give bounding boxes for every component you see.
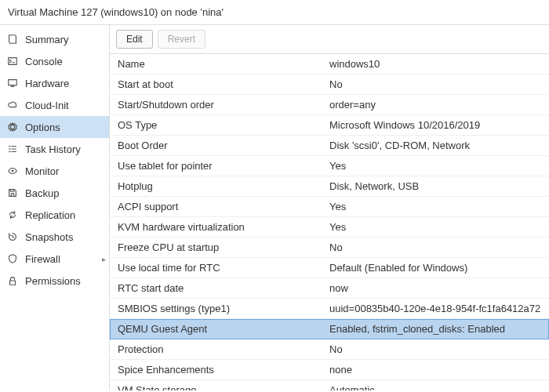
option-key: Hotplug — [110, 177, 322, 195]
option-value: Yes — [322, 218, 549, 236]
save-icon — [6, 187, 19, 199]
sidebar-item-label: Backup — [25, 187, 59, 199]
sidebar-item-label: Snapshots — [25, 231, 73, 243]
chevron-right-icon: ▸ — [102, 255, 106, 263]
option-row[interactable]: OS TypeMicrosoft Windows 10/2016/2019 — [110, 115, 549, 136]
option-value: No — [322, 340, 549, 358]
option-key: Freeze CPU at startup — [110, 238, 322, 256]
sidebar-item-permissions[interactable]: Permissions — [0, 270, 109, 292]
option-row[interactable]: Namewindows10 — [110, 54, 549, 74]
sidebar-item-console[interactable]: Console — [0, 50, 109, 72]
option-row[interactable]: Start/Shutdown orderorder=any — [110, 95, 549, 115]
option-row[interactable]: Spice Enhancementsnone — [110, 360, 549, 380]
option-value: Automatic — [322, 381, 549, 390]
sidebar-item-label: Monitor — [25, 165, 59, 177]
sidebar-item-label: Hardware — [25, 78, 69, 89]
option-value: Microsoft Windows 10/2016/2019 — [322, 116, 549, 134]
sidebar-item-replication[interactable]: Replication — [0, 204, 109, 226]
sidebar-item-label: Task History — [25, 143, 81, 155]
options-grid: Namewindows10Start at bootNoStart/Shutdo… — [110, 54, 549, 390]
option-value: uuid=00835b40-120e-4e18-954f-fc1fa6412a7… — [322, 299, 549, 318]
option-value: order=any — [322, 96, 549, 114]
option-key: Boot Order — [110, 136, 322, 154]
option-key: SMBIOS settings (type1) — [110, 299, 322, 318]
option-value: Disk 'scsi0', CD-ROM, Network — [322, 136, 549, 154]
option-row[interactable]: ACPI supportYes — [110, 197, 549, 217]
option-value: windows10 — [322, 55, 549, 73]
list-icon — [6, 143, 19, 155]
unlock-icon — [6, 274, 19, 287]
option-key: Spice Enhancements — [110, 361, 322, 379]
option-key: RTC start date — [110, 279, 322, 297]
option-key: Start at boot — [110, 75, 322, 93]
option-key: KVM hardware virtualization — [110, 218, 322, 236]
edit-button[interactable]: Edit — [116, 30, 153, 49]
option-value: Default (Enabled for Windows) — [322, 259, 549, 277]
option-value: Yes — [322, 198, 549, 216]
sidebar-item-monitor[interactable]: Monitor — [0, 160, 109, 182]
option-value: No — [322, 75, 549, 93]
option-key: ACPI support — [110, 198, 322, 216]
option-row[interactable]: Use local time for RTCDefault (Enabled f… — [110, 258, 549, 278]
book-icon — [6, 33, 19, 45]
options-panel: Edit Revert Namewindows10Start at bootNo… — [110, 25, 549, 390]
gear-icon — [6, 121, 19, 133]
sidebar-item-label: Firewall — [25, 253, 60, 265]
option-row[interactable]: SMBIOS settings (type1)uuid=00835b40-120… — [110, 299, 549, 319]
option-key: OS Type — [110, 116, 322, 134]
sidebar-item-label: Summary — [25, 34, 69, 45]
sidebar-item-label: Options — [25, 122, 60, 133]
option-row[interactable]: Start at bootNo — [110, 74, 549, 95]
sidebar-item-backup[interactable]: Backup — [0, 182, 109, 204]
sidebar-item-firewall[interactable]: Firewall▸ — [0, 248, 109, 270]
cloud-icon — [6, 99, 19, 111]
option-row[interactable]: VM State storageAutomatic — [110, 380, 549, 390]
option-value: No — [322, 238, 549, 256]
option-key: Name — [110, 55, 322, 73]
option-row[interactable]: Use tablet for pointerYes — [110, 156, 549, 176]
sidebar-item-task-history[interactable]: Task History — [0, 138, 109, 160]
revert-button: Revert — [158, 30, 205, 49]
option-row[interactable]: HotplugDisk, Network, USB — [110, 176, 549, 197]
main-container: SummaryConsoleHardwareCloud-InitOptionsT… — [0, 25, 549, 390]
page-title: Virtual Machine 127 (windows10) on node … — [0, 0, 549, 25]
option-row[interactable]: Boot OrderDisk 'scsi0', CD-ROM, Network — [110, 136, 549, 156]
option-key: QEMU Guest Agent — [110, 320, 322, 338]
sidebar: SummaryConsoleHardwareCloud-InitOptionsT… — [0, 25, 110, 390]
sidebar-item-options[interactable]: Options — [0, 116, 109, 138]
sidebar-item-hardware[interactable]: Hardware — [0, 72, 109, 94]
option-value: Yes — [322, 157, 549, 175]
option-row[interactable]: ProtectionNo — [110, 339, 549, 360]
desktop-icon — [6, 77, 19, 89]
history-icon — [6, 230, 19, 243]
option-row[interactable]: KVM hardware virtualizationYes — [110, 217, 549, 238]
option-key: Use tablet for pointer — [110, 157, 322, 175]
option-value: Disk, Network, USB — [322, 177, 549, 195]
sidebar-item-summary[interactable]: Summary — [0, 28, 109, 50]
sidebar-item-label: Permissions — [25, 275, 81, 287]
sidebar-item-snapshots[interactable]: Snapshots — [0, 226, 109, 248]
eye-icon — [6, 165, 19, 177]
sidebar-item-label: Cloud-Init — [25, 100, 69, 111]
option-key: VM State storage — [110, 381, 322, 390]
option-value: none — [322, 361, 549, 379]
sidebar-item-cloud-init[interactable]: Cloud-Init — [0, 94, 109, 116]
option-key: Use local time for RTC — [110, 259, 322, 277]
terminal-icon — [6, 55, 19, 67]
toolbar: Edit Revert — [110, 25, 549, 54]
refresh-icon — [6, 209, 19, 221]
shield-icon — [6, 252, 19, 265]
option-row[interactable]: Freeze CPU at startupNo — [110, 238, 549, 258]
option-value: Enabled, fstrim_cloned_disks: Enabled — [322, 320, 549, 338]
option-row[interactable]: QEMU Guest AgentEnabled, fstrim_cloned_d… — [110, 319, 549, 339]
option-key: Start/Shutdown order — [110, 96, 322, 114]
option-key: Protection — [110, 340, 322, 358]
option-row[interactable]: RTC start datenow — [110, 278, 549, 299]
option-value: now — [322, 279, 549, 297]
sidebar-item-label: Console — [25, 56, 63, 67]
sidebar-item-label: Replication — [25, 209, 75, 221]
